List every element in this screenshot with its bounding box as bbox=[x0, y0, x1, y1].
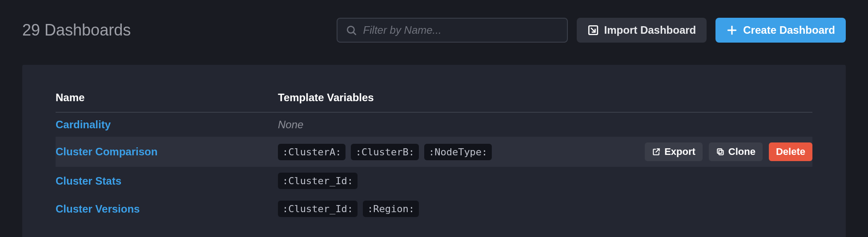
template-vars: :Cluster_Id::Region: bbox=[278, 201, 626, 217]
table-row: CardinalityNone bbox=[56, 112, 812, 137]
search-input[interactable] bbox=[363, 24, 559, 36]
delete-label: Delete bbox=[776, 146, 805, 158]
svg-rect-5 bbox=[719, 150, 723, 155]
template-var-chip: :ClusterB: bbox=[351, 144, 418, 160]
dashboard-link[interactable]: Cluster Comparison bbox=[56, 146, 157, 158]
svg-rect-6 bbox=[717, 149, 722, 153]
search-icon bbox=[346, 24, 357, 36]
clone-button[interactable]: Clone bbox=[709, 142, 763, 161]
template-var-chip: :ClusterA: bbox=[278, 144, 346, 160]
dashboard-link[interactable]: Cluster Versions bbox=[56, 203, 140, 215]
plus-icon bbox=[726, 24, 738, 36]
template-vars-none: None bbox=[278, 118, 303, 130]
template-vars: :Cluster_Id: bbox=[278, 173, 626, 189]
template-var-chip: :NodeType: bbox=[424, 144, 492, 160]
import-dashboard-label: Import Dashboard bbox=[604, 24, 696, 36]
delete-button[interactable]: Delete bbox=[769, 142, 812, 161]
dashboard-list-panel: Name Template Variables CardinalityNoneC… bbox=[22, 65, 846, 237]
template-var-chip: :Region: bbox=[363, 201, 419, 217]
dashboard-table: Name Template Variables CardinalityNoneC… bbox=[56, 91, 812, 223]
export-button[interactable]: Export bbox=[645, 142, 703, 161]
table-row: Cluster Comparison:ClusterA::ClusterB::N… bbox=[56, 137, 812, 167]
table-row: Cluster Stats:Cluster_Id: bbox=[56, 167, 812, 195]
export-icon bbox=[652, 147, 661, 156]
clone-label: Clone bbox=[728, 146, 755, 158]
create-dashboard-label: Create Dashboard bbox=[743, 24, 835, 36]
svg-line-1 bbox=[353, 32, 355, 35]
page-title: 29 Dashboards bbox=[22, 21, 131, 40]
create-dashboard-button[interactable]: Create Dashboard bbox=[715, 18, 846, 43]
table-row: Cluster Versions:Cluster_Id::Region: bbox=[56, 195, 812, 223]
column-header-name: Name bbox=[56, 91, 278, 112]
import-icon bbox=[587, 24, 599, 36]
import-dashboard-button[interactable]: Import Dashboard bbox=[577, 18, 707, 43]
clone-icon bbox=[716, 147, 725, 156]
column-header-template-variables: Template Variables bbox=[278, 91, 626, 112]
page-header: 29 Dashboards Import Dashboard bbox=[22, 18, 846, 43]
export-label: Export bbox=[664, 146, 695, 158]
dashboard-link[interactable]: Cardinality bbox=[56, 118, 111, 130]
row-actions: ExportCloneDelete bbox=[645, 142, 812, 161]
search-box[interactable] bbox=[337, 18, 568, 43]
template-vars: :ClusterA::ClusterB::NodeType: bbox=[278, 144, 626, 160]
template-var-chip: :Cluster_Id: bbox=[278, 201, 358, 217]
template-var-chip: :Cluster_Id: bbox=[278, 173, 358, 189]
dashboard-link[interactable]: Cluster Stats bbox=[56, 175, 121, 187]
